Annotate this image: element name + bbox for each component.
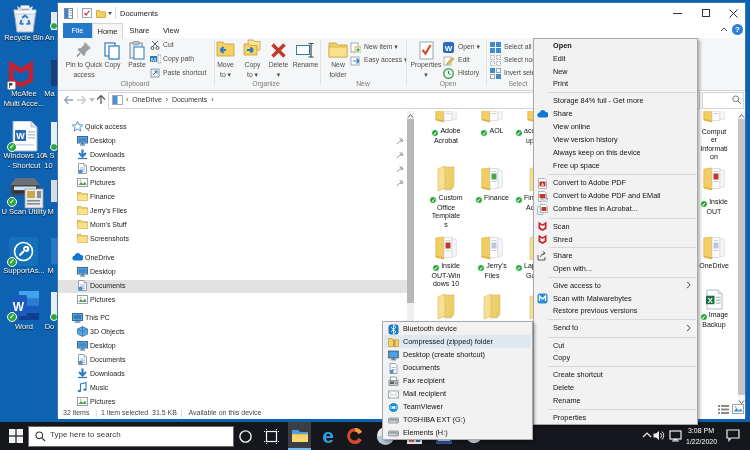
svg-text:X: X: [708, 296, 713, 305]
svg-text:W: W: [445, 44, 453, 53]
svg-text:W: W: [16, 131, 25, 141]
svg-text:M: M: [151, 57, 156, 63]
svg-text:A: A: [541, 181, 544, 186]
